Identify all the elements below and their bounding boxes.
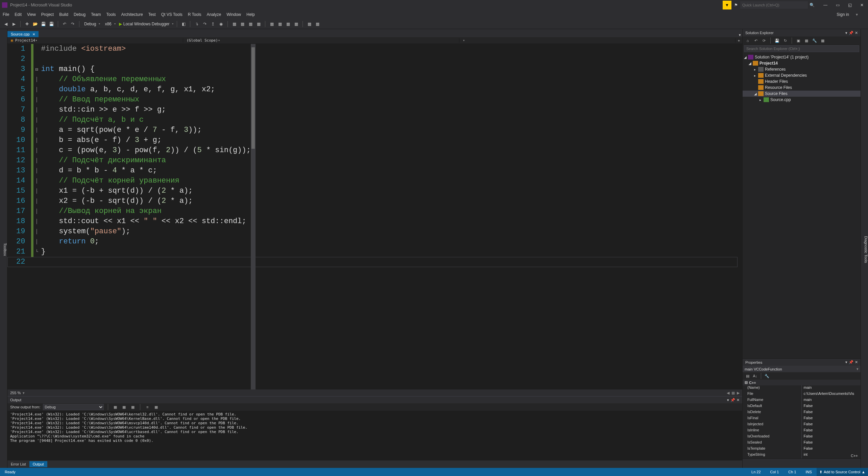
zoom-caret-icon[interactable]: ▾ xyxy=(23,391,25,395)
menu-file[interactable]: File xyxy=(3,12,9,17)
toolbar-icon-g[interactable]: ▦ xyxy=(285,21,291,27)
output-source-dropdown[interactable]: Debug xyxy=(43,404,104,410)
split-h-icon[interactable]: ◀ xyxy=(727,391,729,395)
output-wrap-icon[interactable]: ≡ xyxy=(144,404,150,410)
prop-row[interactable]: IsSealedFalse xyxy=(743,440,861,446)
editor-scrollbar[interactable] xyxy=(251,44,256,389)
prop-alpha-icon[interactable]: A↓ xyxy=(752,373,758,379)
prop-row[interactable]: TypeStringint xyxy=(743,452,861,458)
tree-solution[interactable]: ◢ Solution 'Project14' (1 project) xyxy=(743,54,861,60)
split-v-icon[interactable]: ▦ xyxy=(731,391,735,395)
prop-row[interactable]: IsInjectedFalse xyxy=(743,422,861,428)
new-item-button[interactable]: ✚ xyxy=(24,21,30,27)
toolbar-icon-i[interactable]: ▦ xyxy=(306,21,312,27)
prop-row[interactable]: (Name)main xyxy=(743,385,861,391)
menu-build[interactable]: Build xyxy=(59,12,68,17)
output-close-icon[interactable]: ✕ xyxy=(737,398,740,402)
toolbar-icon-e[interactable]: ▦ xyxy=(269,21,275,27)
scroll-right-icon[interactable]: ▶ xyxy=(737,391,740,395)
save-all-button[interactable]: 💾 xyxy=(48,21,54,27)
prop-row[interactable]: IsTemplateFalse xyxy=(743,446,861,452)
menu-team[interactable]: Team xyxy=(91,12,101,17)
menu-test[interactable]: Test xyxy=(148,12,156,17)
navbar-scope-dropdown[interactable]: (Global Scope) xyxy=(183,38,459,43)
output-toggle-a-icon[interactable]: ▦ xyxy=(121,404,127,410)
menu-qt-vs-tools[interactable]: Qt VS Tools xyxy=(161,12,183,17)
tab-output[interactable]: Output xyxy=(29,461,47,467)
prop-row[interactable]: IsDefaultFalse xyxy=(743,404,861,410)
se-sync-icon[interactable]: ⟳ xyxy=(761,38,767,44)
fold-gutter[interactable]: ⊟│││││││││││││││││└ xyxy=(33,44,40,389)
scrollbar-thumb[interactable] xyxy=(251,47,255,149)
toolbox-rail[interactable]: Toolbox xyxy=(0,29,7,468)
zoom-level[interactable]: 255 % xyxy=(10,391,21,395)
properties-object-header[interactable]: main VCCodeFunction ▾ xyxy=(743,366,861,372)
quick-launch-input[interactable] xyxy=(740,1,808,9)
redo-button[interactable]: ↷ xyxy=(70,21,76,27)
close-tab-icon[interactable]: ✕ xyxy=(32,32,35,36)
tree-header-files[interactable]: Header Files xyxy=(743,78,861,85)
prop-value[interactable]: False xyxy=(802,446,861,452)
prop-value[interactable]: False xyxy=(802,416,861,422)
prop-row[interactable]: IsDeleteFalse xyxy=(743,410,861,416)
prop-value[interactable]: main xyxy=(802,398,861,404)
tab-dropdown-icon[interactable]: ▾ xyxy=(739,33,741,37)
se-back-icon[interactable]: ↶ xyxy=(753,38,759,44)
tree-references[interactable]: ▸ References xyxy=(743,66,861,72)
solution-explorer-search[interactable] xyxy=(744,45,859,52)
forward-button[interactable]: ▶ xyxy=(11,21,17,27)
prop-value[interactable]: False xyxy=(802,428,861,434)
notifications-button[interactable]: ▼ xyxy=(723,1,731,9)
prop-value[interactable]: False xyxy=(802,404,861,410)
prop-category[interactable]: ⊟C++ xyxy=(743,380,861,385)
se-dropdown-icon[interactable]: ▾ xyxy=(845,31,847,35)
menu-tools[interactable]: Tools xyxy=(106,12,116,17)
se-showall-icon[interactable]: ▦ xyxy=(803,38,810,44)
open-file-button[interactable]: 📂 xyxy=(32,21,38,27)
output-dropdown-icon[interactable]: ▾ xyxy=(727,398,729,402)
menu-view[interactable]: View xyxy=(27,12,36,17)
prop-value[interactable]: main xyxy=(802,385,861,391)
navbar-member-dropdown[interactable] xyxy=(459,38,736,43)
add-to-source-control-button[interactable]: ⬆ Add to Source Control ▲ xyxy=(817,468,868,476)
menu-project[interactable]: Project xyxy=(41,12,54,17)
se-home-icon[interactable]: ⌂ xyxy=(745,38,751,44)
maximize-button[interactable]: ◱ xyxy=(844,1,856,9)
se-preview-icon[interactable]: ▦ xyxy=(820,38,826,44)
toolbar-icon-a[interactable]: ▦ xyxy=(231,21,237,27)
se-save-icon[interactable]: 💾 xyxy=(774,38,780,44)
menu-r-tools[interactable]: R Tools xyxy=(188,12,201,17)
tree-resource-files[interactable]: Resource Files xyxy=(743,85,861,91)
prop-row[interactable]: FullNamemain xyxy=(743,398,861,404)
prop-pages-icon[interactable]: 🔧 xyxy=(764,373,770,379)
back-button[interactable]: ◀ xyxy=(3,21,9,27)
prop-value[interactable]: False xyxy=(802,410,861,416)
prop-row[interactable]: IsFinalFalse xyxy=(743,416,861,422)
prop-value[interactable]: False xyxy=(802,440,861,446)
editor-tab-source-cpp[interactable]: Source.cpp ✕ xyxy=(7,31,39,37)
menu-analyze[interactable]: Analyze xyxy=(207,12,221,17)
feedback-flag-icon[interactable]: ⚑ xyxy=(731,3,740,7)
tree-external-deps[interactable]: ▸ External Dependencies xyxy=(743,72,861,78)
se-collapse-icon[interactable]: ▣ xyxy=(795,38,801,44)
step-out-icon[interactable]: ↥ xyxy=(210,21,216,27)
solution-explorer-tree[interactable]: ◢ Solution 'Project14' (1 project) ◢ Pro… xyxy=(743,53,861,358)
menu-window[interactable]: Window xyxy=(226,12,241,17)
output-goto-icon[interactable]: ▦ xyxy=(153,404,159,410)
se-properties-icon[interactable]: 🔧 xyxy=(812,38,818,44)
start-debugging-button[interactable]: ▶Local Windows Debugger▾ xyxy=(119,22,174,26)
se-pin-icon[interactable]: 📌 xyxy=(849,31,853,35)
navbar-add-icon[interactable]: + xyxy=(736,39,742,43)
toolbar-icon-c[interactable]: ▦ xyxy=(247,21,254,27)
tree-source-files[interactable]: ◢ Source Files xyxy=(743,91,861,97)
step-into-icon[interactable]: ↴ xyxy=(194,21,200,27)
tree-source-cpp[interactable]: ▸ Source.cpp xyxy=(743,97,861,103)
navbar-project-dropdown[interactable]: ▣ Project14 xyxy=(7,38,183,43)
prop-dropdown-icon[interactable]: ▾ xyxy=(845,360,847,364)
solution-platform-dropdown[interactable]: x86 xyxy=(103,22,117,26)
close-window-button[interactable]: ✕ xyxy=(856,1,868,9)
undo-button[interactable]: ↶ xyxy=(62,21,68,27)
save-button[interactable]: 💾 xyxy=(40,21,46,27)
prop-close-icon[interactable]: ✕ xyxy=(855,360,858,364)
menu-help[interactable]: Help xyxy=(246,12,255,17)
